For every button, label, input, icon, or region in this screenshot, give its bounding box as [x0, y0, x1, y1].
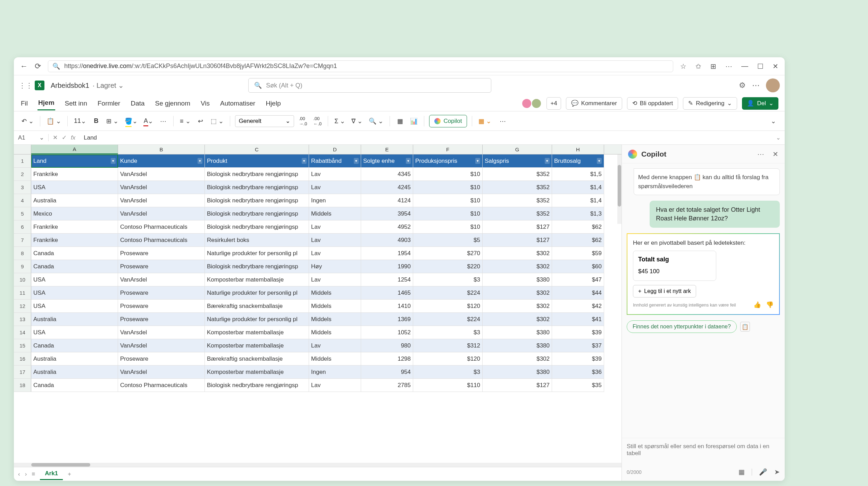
expand-formula-icon[interactable]: ⌄: [772, 134, 785, 141]
table-cell[interactable]: 980: [361, 339, 413, 352]
table-cell[interactable]: $380: [483, 326, 552, 339]
column-header[interactable]: E: [361, 145, 413, 154]
name-box[interactable]: A1⌄: [14, 134, 49, 141]
tab-formulas[interactable]: Formler: [97, 97, 121, 110]
row-header[interactable]: 11: [14, 286, 31, 300]
table-cell[interactable]: Komposterbar matemballasje: [205, 339, 309, 352]
formula-input[interactable]: Land: [80, 134, 772, 141]
table-cell[interactable]: VanArsdel: [118, 326, 205, 339]
copilot-input[interactable]: [627, 443, 780, 464]
table-cell[interactable]: $37: [552, 339, 604, 352]
table-cell[interactable]: $41: [552, 313, 604, 326]
font-color-button[interactable]: A ⌄: [142, 115, 155, 127]
table-cell[interactable]: Proseware: [118, 247, 205, 260]
more-font-icon[interactable]: ⋯: [158, 115, 168, 127]
table-cell[interactable]: Lav: [309, 273, 361, 286]
table-cell[interactable]: $352: [483, 207, 552, 220]
table-cell[interactable]: $302: [483, 300, 552, 313]
analyze-data-button[interactable]: 📊: [409, 115, 419, 127]
table-cell[interactable]: Biologisk nedbrytbare rengjøringsp: [205, 260, 309, 273]
table-cell[interactable]: $1,4: [552, 181, 604, 194]
row-header[interactable]: 12: [14, 300, 31, 313]
table-cell[interactable]: Bærekraftig snackemballasje: [205, 300, 309, 313]
table-cell[interactable]: $352: [483, 168, 552, 181]
add-to-sheet-button[interactable]: +Legg til i et nytt ark: [633, 285, 696, 298]
row-header[interactable]: 7: [14, 234, 31, 247]
search-input[interactable]: 🔍 Søk (Alt + Q): [248, 78, 491, 93]
add-sheet-icon[interactable]: +: [68, 471, 71, 478]
table-cell[interactable]: Middels: [309, 207, 361, 220]
minimize-icon[interactable]: —: [741, 62, 748, 70]
row-header[interactable]: 17: [14, 366, 31, 379]
table-cell[interactable]: Contoso Pharmaceuticals: [118, 234, 205, 247]
table-cell[interactable]: Høy: [309, 260, 361, 273]
app-launcher-icon[interactable]: ⋮⋮⋮: [19, 81, 28, 90]
table-header-cell[interactable]: Salgspris▾: [483, 154, 552, 168]
table-cell[interactable]: $3: [413, 273, 483, 286]
tab-automate[interactable]: Automatiser: [219, 97, 256, 110]
table-cell[interactable]: Biologisk nedbrytbare rengjøringsp: [205, 168, 309, 181]
table-cell[interactable]: $302: [483, 286, 552, 300]
table-cell[interactable]: Australia: [31, 366, 118, 379]
horizontal-scrollbar[interactable]: [14, 463, 621, 467]
table-cell[interactable]: Ingen: [309, 366, 361, 379]
table-cell[interactable]: Lav: [309, 220, 361, 234]
row-header[interactable]: 10: [14, 273, 31, 286]
tab-home[interactable]: Hjem: [37, 96, 55, 110]
fill-color-button[interactable]: 🪣 ⌄: [123, 115, 139, 127]
settings-icon[interactable]: ⚙: [739, 81, 746, 90]
table-cell[interactable]: Contoso Pharmaceuticals: [118, 220, 205, 234]
table-cell[interactable]: VanArsdel: [118, 194, 205, 207]
table-cell[interactable]: Australia: [31, 352, 118, 366]
table-cell[interactable]: Middels: [309, 326, 361, 339]
row-header[interactable]: 14: [14, 326, 31, 339]
table-header-cell[interactable]: Land▾: [31, 154, 118, 168]
table-cell[interactable]: 1954: [361, 247, 413, 260]
table-cell[interactable]: VanArsdel: [118, 207, 205, 220]
collaborator-count[interactable]: +4: [546, 97, 561, 110]
row-header[interactable]: 6: [14, 220, 31, 234]
table-cell[interactable]: Contoso Pharmaceuticals: [118, 379, 205, 392]
table-cell[interactable]: $270: [413, 247, 483, 260]
close-icon[interactable]: ✕: [773, 62, 778, 70]
table-cell[interactable]: VanArsdel: [118, 168, 205, 181]
table-cell[interactable]: USA: [31, 286, 118, 300]
table-cell[interactable]: $59: [552, 247, 604, 260]
table-cell[interactable]: Middels: [309, 352, 361, 366]
table-cell[interactable]: Komposterbar matemballasje: [205, 273, 309, 286]
table-cell[interactable]: $312: [413, 339, 483, 352]
wrap-text-button[interactable]: ↩: [195, 115, 206, 127]
table-cell[interactable]: Lav: [309, 379, 361, 392]
table-cell[interactable]: 4952: [361, 220, 413, 234]
table-cell[interactable]: VanArsdel: [118, 339, 205, 352]
favorites-list-icon[interactable]: ✩: [695, 62, 701, 70]
comments-button[interactable]: 💬Kommentarer: [566, 97, 622, 110]
cancel-formula-icon[interactable]: ✕: [53, 134, 58, 141]
table-cell[interactable]: 4245: [361, 181, 413, 194]
table-cell[interactable]: USA: [31, 273, 118, 286]
table-cell[interactable]: $127: [483, 234, 552, 247]
filter-icon[interactable]: ▾: [198, 158, 202, 164]
table-header-cell[interactable]: Kunde▾: [118, 154, 205, 168]
table-cell[interactable]: $1,3: [552, 207, 604, 220]
row-header[interactable]: 4: [14, 194, 31, 207]
align-button[interactable]: ≡ ⌄: [178, 115, 192, 127]
cell-styles-button[interactable]: ▦ ⌄: [477, 115, 493, 127]
table-cell[interactable]: 1990: [361, 260, 413, 273]
row-header[interactable]: 3: [14, 181, 31, 194]
thumbs-up-icon[interactable]: 👍: [753, 301, 761, 309]
vertical-scrollbar[interactable]: [617, 154, 621, 224]
table-cell[interactable]: Lav: [309, 181, 361, 194]
table-cell[interactable]: Resirkulert boks: [205, 234, 309, 247]
filter-icon[interactable]: ▾: [597, 158, 602, 164]
table-cell[interactable]: $36: [552, 366, 604, 379]
table-cell[interactable]: Bærekraftig snackemballasje: [205, 352, 309, 366]
copilot-mic-icon[interactable]: 🎤: [759, 468, 767, 476]
table-cell[interactable]: 1465: [361, 286, 413, 300]
table-cell[interactable]: Proseware: [118, 286, 205, 300]
column-header[interactable]: D: [309, 145, 361, 154]
table-cell[interactable]: 1369: [361, 313, 413, 326]
collaborator-avatar[interactable]: [521, 98, 532, 109]
table-cell[interactable]: Middels: [309, 286, 361, 300]
table-cell[interactable]: Proseware: [118, 260, 205, 273]
